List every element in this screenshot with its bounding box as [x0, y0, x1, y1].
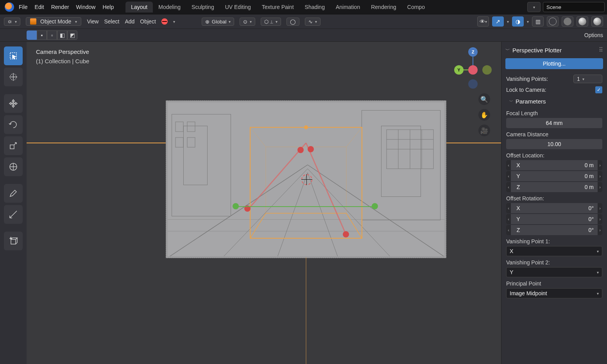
zoom-button[interactable]: 🔍 — [478, 93, 490, 105]
menu-render[interactable]: Render — [51, 4, 69, 10]
camera-view-button[interactable]: 🎥 — [478, 125, 490, 136]
tool-transform[interactable] — [4, 157, 23, 176]
proportional-falloff-dropdown[interactable]: ∿▾ — [305, 18, 321, 26]
tab-sculpting[interactable]: Sculpting — [186, 2, 220, 12]
snap-toggle[interactable]: ⬡ ⟂▾ — [261, 18, 281, 26]
principal-point-dropdown[interactable]: Image Midpoint▾ — [506, 288, 602, 298]
3d-cursor-icon — [301, 174, 312, 185]
tool-cursor[interactable] — [4, 68, 23, 86]
offset-location-x[interactable]: ‹X0 m› — [506, 160, 602, 170]
3d-viewport[interactable]: Camera Perspective (1) Collection | Cube — [27, 42, 501, 364]
select-mode-invert[interactable]: ◧ — [57, 30, 67, 40]
vanishing-point-1-dropdown[interactable]: X▾ — [506, 246, 602, 256]
tab-compositing[interactable]: Compo — [402, 2, 430, 12]
horizon-handle-left[interactable] — [233, 203, 239, 209]
tab-modeling[interactable]: Modeling — [153, 2, 186, 12]
drag-handle-icon[interactable]: ⠿ — [599, 46, 603, 54]
scene-name-input[interactable] — [543, 2, 605, 12]
tool-rotate[interactable] — [4, 115, 23, 134]
vanishing-point-handle-1b[interactable] — [308, 146, 314, 152]
object-mode-icon — [30, 18, 36, 25]
xray-toggle[interactable]: ▥ — [532, 16, 544, 27]
menu-file[interactable]: File — [19, 4, 28, 10]
scene-dropdown-icon[interactable]: ▾ — [527, 2, 541, 12]
orientation-dropdown[interactable]: ⊕ Global ▾ — [202, 18, 235, 26]
lock-camera-checkbox[interactable]: ✓ — [595, 86, 602, 93]
tab-texture-paint[interactable]: Texture Paint — [256, 2, 299, 12]
tab-rendering[interactable]: Rendering — [365, 2, 402, 12]
menu-select[interactable]: Select — [104, 18, 119, 25]
viewport-hud: Camera Perspective (1) Collection | Cube — [36, 47, 89, 66]
tab-layout[interactable]: Layout — [125, 2, 153, 12]
overlay-toggle[interactable]: ◑ — [512, 16, 524, 27]
plotting-button[interactable]: Plotting... — [505, 58, 603, 69]
tab-animation[interactable]: Animation — [330, 2, 365, 12]
menu-view[interactable]: View — [87, 18, 98, 25]
gizmo-neg-axis-2[interactable] — [468, 79, 478, 89]
options-button[interactable]: Options — [584, 32, 603, 38]
horizon-handle-right[interactable] — [372, 203, 378, 209]
offset-location-y[interactable]: ‹Y0 m› — [506, 171, 602, 181]
shading-rendered[interactable] — [591, 16, 603, 27]
vanishing-points-dropdown[interactable]: 1▾ — [573, 75, 602, 83]
camera-distance-field[interactable]: 10.00 — [506, 139, 602, 149]
offset-location-z[interactable]: ‹Z0 m› — [506, 182, 602, 192]
svg-line-38 — [306, 143, 346, 234]
tool-settings-icon[interactable] — [161, 18, 168, 25]
panel-header-perspective-plotter[interactable]: ﹀ Perspective Plotter ⠿ — [504, 45, 605, 57]
vanishing-point-2-dropdown[interactable]: Y▾ — [506, 267, 602, 277]
select-mode-subtract[interactable]: ▫ — [47, 30, 57, 40]
menu-edit[interactable]: Edit — [35, 4, 44, 10]
visibility-dropdown[interactable]: 👁▾ — [477, 16, 489, 27]
menu-add[interactable]: Add — [125, 18, 134, 25]
offset-rotation-y[interactable]: ‹Y0°› — [506, 214, 602, 224]
blender-logo-icon — [5, 2, 14, 12]
menu-help[interactable]: Help — [102, 4, 114, 10]
cube-origin-dot — [304, 125, 308, 129]
shading-material[interactable] — [577, 16, 588, 27]
vertical-guide — [306, 257, 306, 364]
editor-type-dropdown[interactable]: ⛭▾ — [4, 18, 20, 26]
menu-window[interactable]: Window — [76, 4, 96, 10]
chevron-down-icon: ﹀ — [505, 47, 510, 54]
gizmo-x-axis[interactable] — [468, 65, 478, 75]
menu-object[interactable]: Object — [140, 18, 156, 25]
shading-wireframe[interactable] — [547, 16, 559, 27]
tab-shading[interactable]: Shading — [299, 2, 330, 12]
select-mode-intersect[interactable]: ◩ — [67, 30, 77, 40]
offset-rotation-z[interactable]: ‹Z0°› — [506, 225, 602, 235]
pan-button[interactable]: ✋ — [478, 109, 490, 121]
gizmo-z-axis[interactable]: Z — [468, 47, 478, 57]
select-mode-new[interactable] — [27, 30, 37, 40]
navigation-gizmo[interactable]: Z Y — [454, 47, 492, 90]
gizmo-y-axis[interactable]: Y — [454, 65, 464, 75]
tool-move[interactable] — [4, 94, 23, 113]
tool-annotate[interactable] — [4, 184, 23, 203]
tool-scale[interactable] — [4, 136, 23, 155]
focal-length-label: Focal Length — [504, 108, 605, 117]
guide-endpoint-2[interactable] — [343, 231, 349, 237]
svg-text:+: + — [10, 236, 12, 241]
side-panel: ﹀ Perspective Plotter ⠿ Plotting... Vani… — [501, 42, 607, 364]
shading-solid[interactable] — [562, 16, 573, 27]
gizmo-neg-axis-1[interactable] — [482, 65, 492, 75]
offset-rotation-x[interactable]: ‹X0°› — [506, 203, 602, 213]
pivot-dropdown[interactable]: ⊙▾ — [240, 18, 255, 26]
svg-line-37 — [248, 143, 306, 209]
tool-options-strip: ▪ ▫ ◧ ◩ Options — [0, 29, 607, 42]
parameters-subheader[interactable]: ﹀ Parameters — [504, 95, 605, 108]
proportional-edit-toggle[interactable]: ◯ — [286, 18, 299, 26]
interaction-mode-dropdown[interactable]: Object Mode ▾ — [26, 17, 81, 26]
tool-measure[interactable] — [4, 205, 23, 224]
svg-rect-4 — [10, 145, 14, 149]
vanishing-points-label: Vanishing Points: — [506, 76, 548, 82]
tool-add-cube[interactable]: + — [4, 232, 23, 250]
left-toolbar: + — [0, 42, 27, 364]
select-mode-extend[interactable]: ▪ — [37, 30, 47, 40]
hud-collection-label: (1) Collection | Cube — [36, 57, 89, 66]
vanishing-point-handle-1a[interactable] — [297, 147, 304, 153]
tool-select-box[interactable] — [4, 46, 23, 65]
focal-length-field[interactable]: 64 mm — [506, 118, 602, 128]
gizmo-toggle[interactable]: ↗ — [492, 16, 504, 27]
tab-uv-editing[interactable]: UV Editing — [220, 2, 256, 12]
